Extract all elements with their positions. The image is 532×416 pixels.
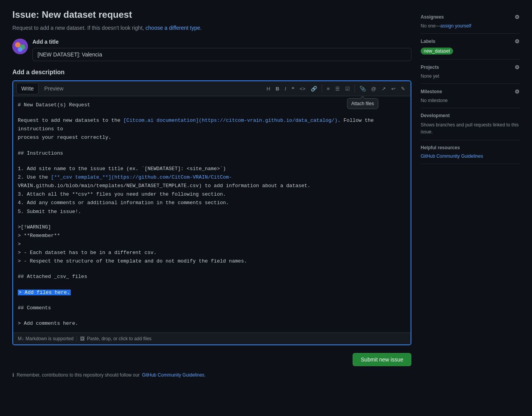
avatar xyxy=(12,39,28,54)
task-list-icon: ☑ xyxy=(345,86,350,92)
projects-gear-icon[interactable]: ⚙ xyxy=(515,64,520,70)
milestone-gear-icon[interactable]: ⚙ xyxy=(515,89,520,95)
content-line-19: > - Respect the structure of the templat… xyxy=(18,257,406,266)
community-guidelines-link-sidebar[interactable]: GitHub Community Guidelines xyxy=(421,153,520,159)
content-line-8: 1. Add site name to the issue title (ex.… xyxy=(18,165,406,173)
code-btn[interactable]: <> xyxy=(297,84,308,93)
tab-write[interactable]: Write xyxy=(16,83,39,94)
blockquote-btn[interactable]: ❝ xyxy=(289,84,297,93)
milestone-value: No milestone xyxy=(421,98,520,103)
sidebar-projects: Projects ⚙ None yet xyxy=(421,60,520,84)
svg-point-3 xyxy=(18,47,22,52)
content-line-13: 5. Submit the issue!. xyxy=(18,208,406,216)
content-line-15: >[!WARNING] xyxy=(18,223,406,232)
sidebar-development: Development Shows branches and pull requ… xyxy=(421,108,520,140)
code-icon: <> xyxy=(300,86,305,92)
blockquote-icon: ❝ xyxy=(292,86,294,92)
community-guidelines-link-footer[interactable]: GitHub Community Guidelines. xyxy=(142,372,206,378)
reference-icon: ↗ xyxy=(382,86,386,92)
task-list-btn[interactable]: ☑ xyxy=(343,84,352,93)
ordered-list-icon: ≡ xyxy=(327,86,330,92)
mention-icon: @ xyxy=(371,86,376,92)
development-description: Shows branches and pull requests linked … xyxy=(421,121,520,135)
edit-mode-icon: ✎ xyxy=(401,86,405,92)
link-btn[interactable]: 🔗 xyxy=(309,84,319,93)
edit-mode-btn[interactable]: ✎ xyxy=(399,84,408,93)
undo-icon: ↩ xyxy=(391,86,396,92)
mention-btn[interactable]: @ xyxy=(369,84,379,93)
sidebar-milestone: Milestone ⚙ No milestone xyxy=(421,84,520,108)
heading-icon: H xyxy=(267,86,270,92)
submit-new-issue-button[interactable]: Submit new issue xyxy=(353,353,411,366)
content-line-27: > Add comments here. xyxy=(18,319,406,328)
assignees-title: Assignees ⚙ xyxy=(421,14,520,20)
link-icon: 🔗 xyxy=(311,86,317,92)
info-icon: ℹ xyxy=(12,372,14,378)
sidebar-assignees: Assignees ⚙ No one—assign yourself xyxy=(421,9,520,34)
assignees-gear-icon[interactable]: ⚙ xyxy=(515,14,520,20)
undo-btn[interactable]: ↩ xyxy=(389,84,398,93)
toolbar-divider-1 xyxy=(322,85,322,92)
content-line-4: process your request correctly. xyxy=(18,133,406,142)
ordered-list-btn[interactable]: ≡ xyxy=(324,84,332,93)
bold-btn[interactable]: B xyxy=(273,84,281,93)
markdown-icon: M↓ xyxy=(18,336,24,341)
content-line-14 xyxy=(18,216,406,223)
italic-btn[interactable]: I xyxy=(282,84,288,93)
highlighted-add-files: > Add files here. xyxy=(18,290,71,295)
toolbar-divider-2 xyxy=(355,85,355,92)
image-icon: 🖼 xyxy=(80,336,85,341)
labels-title: Labels ⚙ xyxy=(421,38,520,44)
editor-footer: M↓ Markdown is supported 🖼 Paste, drop, … xyxy=(13,332,411,344)
content-line-2 xyxy=(18,109,406,116)
content-line-23: > Add files here. xyxy=(18,288,406,297)
markdown-badge: M↓ Markdown is supported xyxy=(18,336,73,341)
sidebar-labels: Labels ⚙ new_dataset xyxy=(421,34,520,60)
attach-btn[interactable]: 📎 Attach files xyxy=(357,84,368,93)
content-line-22 xyxy=(18,281,406,288)
tab-preview[interactable]: Preview xyxy=(39,83,68,94)
content-line-12: 4. Add any comments or additional inform… xyxy=(18,199,406,207)
editor-content[interactable]: # New Dataset(s) Request Request to add … xyxy=(13,96,411,332)
content-line-7 xyxy=(18,158,406,165)
development-title: Development xyxy=(421,113,520,118)
content-line-18: > - Each dataset has to be in a differen… xyxy=(18,249,406,257)
attach-icon: 📎 xyxy=(360,86,366,92)
content-line-17: > xyxy=(18,240,406,249)
assign-yourself-link[interactable]: assign yourself xyxy=(440,23,471,29)
unordered-list-btn[interactable]: ☰ xyxy=(333,84,342,93)
assignees-value: No one—assign yourself xyxy=(421,23,520,29)
labels-gear-icon[interactable]: ⚙ xyxy=(515,38,520,44)
content-line-26 xyxy=(18,312,406,319)
subtitle: Request to add a new dataset. If this do… xyxy=(12,25,411,31)
page-title: Issue: New dataset request xyxy=(12,9,411,20)
content-line-10: VRAIN.github.io/blob/main/templates/NEW_… xyxy=(18,182,406,190)
sidebar-helpful-resources: Helpful resources GitHub Community Guide… xyxy=(421,140,520,164)
content-line-24 xyxy=(18,297,406,304)
new-dataset-label-badge: new_dataset xyxy=(421,48,453,55)
content-line-5 xyxy=(18,142,406,149)
footer-notice: ℹ Remember, contributions to this reposi… xyxy=(12,372,411,378)
reference-btn[interactable]: ↗ xyxy=(379,84,388,93)
content-line-20 xyxy=(18,266,406,273)
bold-icon: B xyxy=(276,86,279,92)
title-input[interactable] xyxy=(32,48,411,61)
svg-point-1 xyxy=(15,42,20,48)
content-line-16: > **Remember** xyxy=(18,232,406,240)
description-label: Add a description xyxy=(12,69,411,76)
content-line-6: ## Instructions xyxy=(18,149,406,158)
attach-files-footer[interactable]: 🖼 Paste, drop, or click to add files xyxy=(77,336,155,341)
milestone-title: Milestone ⚙ xyxy=(421,89,520,95)
content-line-1: # New Dataset(s) Request xyxy=(18,101,406,109)
heading-btn[interactable]: H xyxy=(264,84,273,93)
content-line-3: Request to add new datasets to the [Citc… xyxy=(18,116,406,133)
editor-tabs: Write Preview H B I ❝ xyxy=(13,81,411,96)
content-line-11: 3. Attach all the **csv** files you need… xyxy=(18,190,406,199)
content-line-9: 2. Use the [**_csv template_**](https://… xyxy=(18,173,406,182)
content-line-21: ## Attached _csv_ files xyxy=(18,273,406,281)
choose-different-type-link[interactable]: choose a different type. xyxy=(145,25,201,31)
projects-value: None yet xyxy=(421,73,520,79)
italic-icon: I xyxy=(285,86,286,92)
add-title-label: Add a title xyxy=(32,39,411,45)
helpful-resources-title: Helpful resources xyxy=(421,145,520,150)
